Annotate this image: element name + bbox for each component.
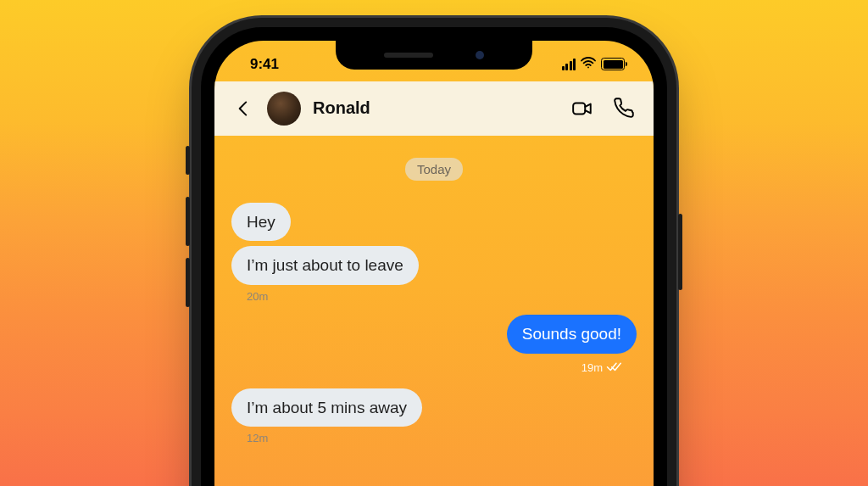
read-receipt-icon [606, 359, 621, 377]
message-meta: 12m [231, 432, 637, 444]
message-in[interactable]: I’m about 5 mins away [231, 388, 637, 427]
message-text: I’m just about to leave [231, 246, 419, 285]
message-out[interactable]: Sounds good! [231, 315, 637, 354]
message-timestamp: 20m [247, 290, 268, 303]
front-camera [476, 51, 484, 59]
status-indicators [562, 57, 626, 72]
phone-frame: 9:41 Ronald [201, 27, 667, 487]
phone-screen: 9:41 Ronald [214, 41, 654, 487]
day-separator: Today [405, 158, 463, 181]
message-timestamp: 19m [581, 361, 603, 374]
message-in[interactable]: Hey [231, 203, 637, 242]
speaker-grill [384, 53, 433, 58]
svg-rect-0 [573, 103, 585, 114]
status-time: 9:41 [250, 56, 279, 73]
battery-icon [601, 58, 625, 70]
message-meta: 20m [231, 290, 637, 303]
video-call-icon[interactable] [570, 97, 594, 120]
volume-down-button [186, 258, 190, 307]
message-text: Hey [231, 203, 291, 242]
message-text: I’m about 5 mins away [231, 388, 422, 427]
mute-switch [186, 146, 190, 175]
voice-call-icon[interactable] [613, 97, 637, 120]
background: 9:41 Ronald [0, 0, 868, 486]
power-button [678, 214, 682, 290]
chat-header: Ronald [214, 81, 654, 136]
back-icon[interactable] [231, 97, 255, 120]
cellular-icon [562, 59, 576, 70]
avatar[interactable] [267, 92, 301, 126]
volume-up-button [186, 197, 190, 246]
wifi-icon [581, 57, 596, 72]
notch [336, 41, 532, 70]
message-timestamp: 12m [247, 432, 268, 444]
message-text: Sounds good! [507, 315, 637, 354]
contact-name[interactable]: Ronald [313, 98, 559, 118]
message-meta: 19m [231, 359, 637, 377]
message-in[interactable]: I’m just about to leave [231, 246, 637, 285]
chat-body[interactable]: Today Hey I’m just about to leave 20m So… [214, 136, 654, 487]
